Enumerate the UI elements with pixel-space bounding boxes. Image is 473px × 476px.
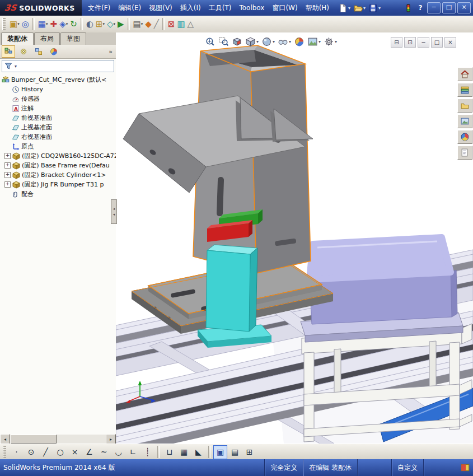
minimize-button[interactable]: ─ — [427, 2, 441, 13]
zoom-to-area-button[interactable] — [218, 36, 230, 48]
tree-filter-combo[interactable]: ▾ — [2, 60, 114, 72]
split-horizontal-button[interactable]: ⊟ — [391, 37, 402, 48]
displaymanager-tab[interactable] — [47, 45, 60, 58]
help-button[interactable]: ? — [415, 3, 425, 13]
assembly-features-button[interactable]: ⊞▾ — [95, 17, 106, 31]
document-restore-button[interactable]: □ — [431, 37, 443, 48]
graphics-area[interactable] — [116, 32, 473, 444]
tree-item-component-jig[interactable]: + (固定) Jig FR Bumper T31 p — [2, 180, 116, 189]
expander-icon[interactable]: + — [4, 181, 11, 188]
open-document-button[interactable]: ▾ — [353, 3, 366, 13]
design-library-tab[interactable] — [457, 83, 472, 97]
menu-help[interactable]: 帮助(H) — [302, 0, 333, 16]
new-motion-study-button[interactable]: ▶ — [116, 17, 125, 31]
hide-show-items-button[interactable]: ▾ — [277, 36, 292, 48]
explode-line-sketch-button[interactable]: ╱ — [153, 17, 160, 31]
insert-component-button[interactable]: ▣▾ — [8, 17, 21, 31]
scroll-left-button[interactable]: ◂ — [0, 434, 10, 444]
maximize-button[interactable]: □ — [442, 2, 456, 13]
menu-toolbox[interactable]: Toolbox — [235, 0, 268, 16]
graphics-viewport[interactable]: ▾ ▾ ▾ ▾ ▾ ⊟ ⊡ ─ □ × — [116, 32, 473, 444]
tab-sketch[interactable]: 草图 — [60, 32, 86, 45]
section-view-button[interactable] — [231, 36, 243, 48]
tree-item-sensors[interactable]: 传感器 — [2, 94, 116, 104]
convert-entities-button[interactable]: ⊔ — [162, 445, 176, 459]
propertymanager-tab[interactable] — [17, 45, 30, 58]
view-palette-tab[interactable] — [457, 114, 472, 128]
configurationmanager-tab[interactable] — [32, 45, 45, 58]
panel-overflow-button[interactable]: » — [109, 48, 114, 55]
interference-detection-button[interactable]: ⊠ — [167, 17, 176, 31]
perpendicular-button[interactable]: ∟ — [126, 445, 140, 459]
toolbar-grip[interactable] — [3, 446, 6, 458]
toolbar-grip[interactable] — [2, 18, 6, 30]
display-style-button[interactable]: ▾ — [261, 36, 275, 48]
menu-view[interactable]: 视图(V) — [145, 0, 176, 16]
tree-item-right-plane[interactable]: 右视基准面 — [2, 132, 116, 142]
edit-appearance-button[interactable] — [293, 36, 305, 48]
tree-item-mates[interactable]: 配合 — [2, 189, 116, 199]
circle-button[interactable]: ⊙ — [24, 445, 38, 459]
menu-edit[interactable]: 编辑(E) — [114, 0, 145, 16]
menu-window[interactable]: 窗口(W) — [268, 0, 301, 16]
tab-assembly[interactable]: 装配体 — [1, 32, 34, 45]
scroll-right-button[interactable]: ▸ — [106, 434, 116, 444]
move-component-button[interactable]: ◈▾ — [58, 17, 69, 31]
scrollbar-thumb[interactable] — [11, 435, 57, 444]
line-button[interactable]: ╱ — [39, 445, 53, 459]
instant3d-button[interactable]: △ — [186, 17, 195, 31]
menu-tools[interactable]: 工具(T) — [205, 0, 236, 16]
tree-item-component-bracket[interactable]: + (固定) Bracket Cylinder<1> — [2, 170, 116, 180]
reference-geometry-button[interactable]: ◇▾ — [106, 17, 116, 31]
panel-splitter-handle[interactable]: ◂ ◂ — [111, 199, 117, 224]
tree-item-front-plane[interactable]: 前视基准面 — [2, 113, 116, 123]
close-button[interactable]: × — [457, 2, 471, 13]
view-settings-button[interactable]: ▾ — [323, 36, 338, 48]
ellipse-button[interactable]: ○ — [53, 445, 67, 459]
menu-insert[interactable]: 插入(I) — [176, 0, 205, 16]
sketch-point-button[interactable]: · — [10, 445, 24, 459]
zoom-to-fit-button[interactable] — [204, 36, 216, 48]
trim-entities-button[interactable]: × — [68, 445, 82, 459]
menu-file[interactable]: 文件(F) — [84, 0, 114, 16]
custom-properties-tab[interactable] — [457, 146, 472, 160]
split-vertical-button[interactable]: ⊡ — [404, 37, 416, 48]
solidworks-resources-tab[interactable] — [457, 67, 472, 81]
linear-component-pattern-button[interactable]: ▦▾ — [37, 17, 49, 31]
new-document-button[interactable]: ▾ — [338, 3, 351, 13]
expander-icon[interactable]: + — [4, 153, 11, 159]
tree-item-root[interactable]: Bumper_Cut_MC_revrev (默认< — [2, 75, 116, 85]
bill-of-materials-button[interactable]: ▤▾ — [132, 17, 144, 31]
construction-geometry-button[interactable]: ┊ — [141, 445, 154, 459]
status-custom[interactable]: 自定义 — [391, 459, 423, 476]
tree-item-annotations[interactable]: A 注解 — [2, 104, 116, 113]
tree-item-top-plane[interactable]: 上视基准面 — [2, 123, 116, 132]
document-minimize-button[interactable]: ─ — [418, 37, 429, 48]
mate-button[interactable]: ◎ — [21, 17, 30, 31]
show-hidden-components-button[interactable]: ◐ — [85, 17, 95, 31]
view-orientation-button[interactable]: ▾ — [245, 36, 259, 48]
tree-item-history[interactable]: History — [2, 85, 116, 94]
arc-button[interactable]: ◡ — [111, 445, 125, 459]
save-document-button[interactable]: ▾ — [368, 3, 381, 13]
tab-layout[interactable]: 布局 — [34, 32, 60, 45]
rotate-component-button[interactable]: ↻ — [69, 17, 78, 31]
status-light-icon[interactable] — [403, 3, 414, 13]
spline-button[interactable]: ~ — [97, 445, 111, 459]
featuremanager-tree-tab[interactable] — [2, 45, 15, 58]
sketch-fillet-button[interactable]: ∠ — [82, 445, 96, 459]
assembly-visualization-button[interactable]: ▥ — [176, 17, 186, 31]
expander-icon[interactable]: + — [4, 172, 11, 178]
file-explorer-tab[interactable] — [457, 99, 472, 113]
tree-item-component-cylinder[interactable]: + (固定) CDQ2WB160-125DC-A72 — [2, 151, 116, 161]
tree-item-origin[interactable]: 原点 — [2, 142, 116, 151]
grid-snap-button[interactable]: ▤ — [228, 445, 242, 459]
tree-item-component-base-frame[interactable]: + (固定) Base Frame rev(Defau — [2, 161, 116, 170]
apply-scene-button[interactable]: ▾ — [307, 36, 321, 48]
panel-horizontal-scrollbar[interactable]: ◂ ▸ — [0, 435, 116, 444]
status-tag-icon[interactable] — [460, 463, 470, 473]
tables-button[interactable]: ⊞ — [242, 445, 256, 459]
linear-sketch-pattern-button[interactable]: ▦ — [177, 445, 191, 459]
expander-icon[interactable]: + — [4, 162, 11, 169]
mirror-entities-button[interactable]: ◣ — [191, 445, 205, 459]
